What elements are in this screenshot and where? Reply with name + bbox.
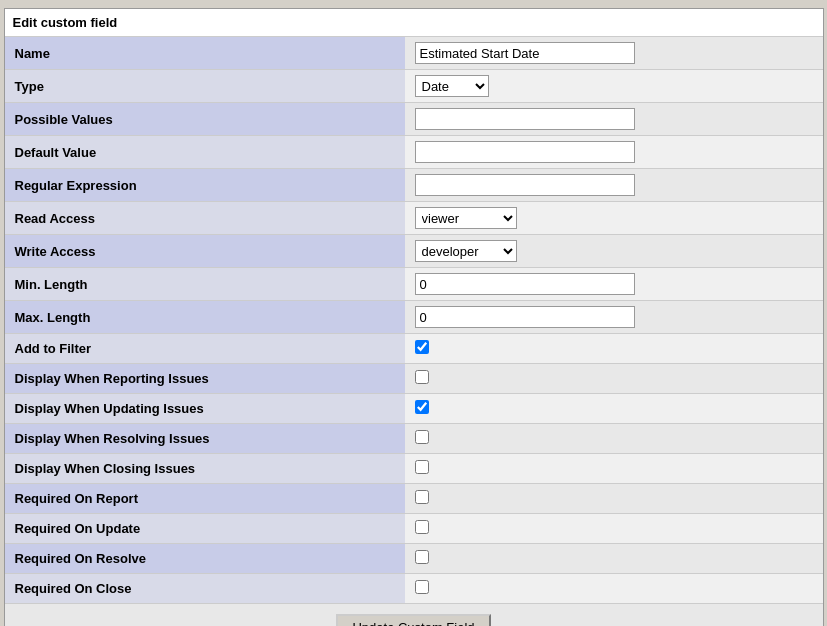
value-cell-name-field bbox=[405, 37, 823, 70]
form-table: NameTypeDateTextNumberBooleanPossible Va… bbox=[5, 37, 823, 626]
footer-row: Update Custom Field bbox=[5, 604, 823, 627]
form-row-name-field: Name bbox=[5, 37, 823, 70]
footer-cell: Update Custom Field bbox=[5, 604, 823, 627]
value-cell-possible-values-field bbox=[405, 103, 823, 136]
value-cell-type-field: DateTextNumberBoolean bbox=[405, 70, 823, 103]
value-cell-display-when-reporting-field bbox=[405, 364, 823, 394]
value-cell-regular-expression-field bbox=[405, 169, 823, 202]
form-row-required-on-report-field: Required On Report bbox=[5, 484, 823, 514]
label-type-field: Type bbox=[5, 70, 405, 103]
form-row-possible-values-field: Possible Values bbox=[5, 103, 823, 136]
form-row-display-when-closing-field: Display When Closing Issues bbox=[5, 454, 823, 484]
required-on-report-field[interactable] bbox=[415, 490, 429, 504]
possible-values-field[interactable] bbox=[415, 108, 635, 130]
label-default-value-field: Default Value bbox=[5, 136, 405, 169]
label-possible-values-field: Possible Values bbox=[5, 103, 405, 136]
value-cell-display-when-closing-field bbox=[405, 454, 823, 484]
label-display-when-closing-field: Display When Closing Issues bbox=[5, 454, 405, 484]
display-when-resolving-field[interactable] bbox=[415, 430, 429, 444]
max-length-field[interactable] bbox=[415, 306, 635, 328]
value-cell-required-on-update-field bbox=[405, 514, 823, 544]
name-field[interactable] bbox=[415, 42, 635, 64]
write-access-field[interactable]: viewerdevelopermanageradministrator bbox=[415, 240, 517, 262]
value-cell-read-access-field: viewerdevelopermanageradministrator bbox=[405, 202, 823, 235]
value-cell-required-on-report-field bbox=[405, 484, 823, 514]
form-row-default-value-field: Default Value bbox=[5, 136, 823, 169]
read-access-field[interactable]: viewerdevelopermanageradministrator bbox=[415, 207, 517, 229]
type-field[interactable]: DateTextNumberBoolean bbox=[415, 75, 489, 97]
required-on-update-field[interactable] bbox=[415, 520, 429, 534]
default-value-field[interactable] bbox=[415, 141, 635, 163]
form-row-display-when-reporting-field: Display When Reporting Issues bbox=[5, 364, 823, 394]
form-container: Edit custom field NameTypeDateTextNumber… bbox=[4, 8, 824, 626]
value-cell-write-access-field: viewerdevelopermanageradministrator bbox=[405, 235, 823, 268]
form-row-max-length-field: Max. Length bbox=[5, 301, 823, 334]
value-cell-display-when-resolving-field bbox=[405, 424, 823, 454]
form-row-required-on-close-field: Required On Close bbox=[5, 574, 823, 604]
label-read-access-field: Read Access bbox=[5, 202, 405, 235]
label-write-access-field: Write Access bbox=[5, 235, 405, 268]
value-cell-default-value-field bbox=[405, 136, 823, 169]
label-display-when-resolving-field: Display When Resolving Issues bbox=[5, 424, 405, 454]
display-when-closing-field[interactable] bbox=[415, 460, 429, 474]
label-required-on-resolve-field: Required On Resolve bbox=[5, 544, 405, 574]
label-display-when-updating-field: Display When Updating Issues bbox=[5, 394, 405, 424]
required-on-close-field[interactable] bbox=[415, 580, 429, 594]
form-row-display-when-updating-field: Display When Updating Issues bbox=[5, 394, 823, 424]
label-required-on-close-field: Required On Close bbox=[5, 574, 405, 604]
add-to-filter-field[interactable] bbox=[415, 340, 429, 354]
label-required-on-update-field: Required On Update bbox=[5, 514, 405, 544]
label-display-when-reporting-field: Display When Reporting Issues bbox=[5, 364, 405, 394]
form-row-read-access-field: Read Accessviewerdevelopermanageradminis… bbox=[5, 202, 823, 235]
form-row-add-to-filter-field: Add to Filter bbox=[5, 334, 823, 364]
label-required-on-report-field: Required On Report bbox=[5, 484, 405, 514]
min-length-field[interactable] bbox=[415, 273, 635, 295]
form-row-display-when-resolving-field: Display When Resolving Issues bbox=[5, 424, 823, 454]
value-cell-min-length-field bbox=[405, 268, 823, 301]
required-on-resolve-field[interactable] bbox=[415, 550, 429, 564]
value-cell-display-when-updating-field bbox=[405, 394, 823, 424]
value-cell-required-on-close-field bbox=[405, 574, 823, 604]
page-title: Edit custom field bbox=[5, 9, 823, 37]
update-custom-field-button[interactable]: Update Custom Field bbox=[336, 614, 490, 626]
label-min-length-field: Min. Length bbox=[5, 268, 405, 301]
label-max-length-field: Max. Length bbox=[5, 301, 405, 334]
value-cell-add-to-filter-field bbox=[405, 334, 823, 364]
label-name-field: Name bbox=[5, 37, 405, 70]
display-when-updating-field[interactable] bbox=[415, 400, 429, 414]
form-row-min-length-field: Min. Length bbox=[5, 268, 823, 301]
label-add-to-filter-field: Add to Filter bbox=[5, 334, 405, 364]
label-regular-expression-field: Regular Expression bbox=[5, 169, 405, 202]
value-cell-max-length-field bbox=[405, 301, 823, 334]
regular-expression-field[interactable] bbox=[415, 174, 635, 196]
form-row-required-on-update-field: Required On Update bbox=[5, 514, 823, 544]
value-cell-required-on-resolve-field bbox=[405, 544, 823, 574]
form-row-required-on-resolve-field: Required On Resolve bbox=[5, 544, 823, 574]
form-row-regular-expression-field: Regular Expression bbox=[5, 169, 823, 202]
form-row-write-access-field: Write Accessviewerdevelopermanageradmini… bbox=[5, 235, 823, 268]
form-row-type-field: TypeDateTextNumberBoolean bbox=[5, 70, 823, 103]
display-when-reporting-field[interactable] bbox=[415, 370, 429, 384]
